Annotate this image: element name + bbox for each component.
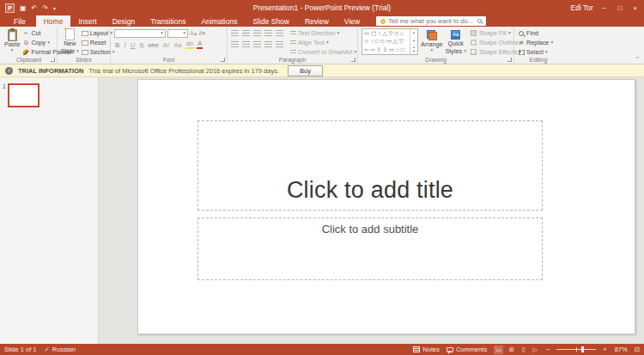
shape-fill-label: Shape Fill — [479, 29, 507, 37]
language-button[interactable]: ✓ Russian — [45, 346, 76, 353]
section-button[interactable]: Section ▾ — [82, 48, 115, 56]
increase-indent-icon[interactable] — [264, 30, 272, 37]
shapes-gallery[interactable]: ▭ ▢ ○ △ ▽ ◇ ⌂ ☆ ○ □ ◇ ▭ △ ▽ ⇦ ⇨ ⇧ ⇩ ▭ ○ … — [361, 28, 418, 55]
drawing-dialog-launcher-icon[interactable] — [507, 58, 512, 62]
layout-button[interactable]: Layout ▾ — [82, 29, 115, 37]
replace-button[interactable]: ⇄ Replace ▾ — [518, 39, 553, 46]
select-button[interactable]: Select ▾ — [518, 48, 553, 56]
tab-slide-show[interactable]: Slide Show — [245, 15, 297, 27]
zoom-in-icon[interactable]: + — [603, 346, 606, 353]
ribbon-group-paragraph: Text Direction ▾ Align Text ▾ Convert to… — [228, 27, 358, 64]
slide-canvas[interactable]: Click to add title Click to add subtitle — [137, 79, 635, 334]
clipboard-dialog-launcher-icon[interactable] — [51, 58, 55, 62]
font-name-combo[interactable]: ▾ — [114, 29, 166, 38]
italic-icon[interactable]: I — [123, 41, 127, 49]
notes-icon — [413, 346, 420, 352]
powerpoint-app-icon[interactable]: P — [5, 3, 15, 13]
columns-icon[interactable] — [276, 41, 283, 48]
text-shadow-icon[interactable]: S — [138, 41, 144, 49]
convert-to-smartart-button[interactable]: Convert to SmartArt ▾ — [289, 48, 356, 56]
tab-home[interactable]: Home — [36, 15, 71, 27]
paste-button[interactable]: Paste ▾ — [4, 28, 20, 55]
tell-me-box[interactable]: Tell me what you want to do... — [376, 16, 486, 26]
chevron-down-icon: ▾ — [545, 50, 548, 55]
font-dialog-launcher-icon[interactable] — [221, 58, 225, 62]
tab-insert[interactable]: Insert — [70, 15, 104, 27]
redo-icon[interactable]: ↷ — [42, 4, 48, 12]
zoom-slider-thumb[interactable] — [581, 346, 584, 352]
title-placeholder[interactable]: Click to add title — [197, 120, 543, 211]
align-text-button[interactable]: Align Text ▾ — [289, 39, 356, 46]
user-name[interactable]: Edi Tor — [571, 3, 593, 12]
reset-button[interactable]: Reset — [82, 39, 115, 46]
subtitle-placeholder[interactable]: Click to add subtitle — [197, 217, 543, 280]
slides-group-label: Slides — [58, 57, 110, 63]
character-spacing-icon[interactable]: AV — [161, 42, 170, 48]
text-direction-button[interactable]: Text Direction ▾ — [289, 29, 356, 37]
editing-group-label: Editing — [514, 57, 562, 63]
underline-icon[interactable]: U — [130, 41, 136, 49]
save-icon[interactable]: ▣ — [20, 4, 27, 12]
zoom-level[interactable]: 87% — [614, 346, 628, 353]
ribbon-group-clipboard: Paste ▾ ✂ Cut ⧉ Copy ▾ Format Painter Cl — [1, 27, 58, 64]
align-left-icon[interactable] — [231, 41, 239, 48]
tab-view[interactable]: View — [337, 15, 368, 27]
paragraph-dialog-launcher-icon[interactable] — [351, 58, 355, 62]
reading-view-icon[interactable]: ▯ — [520, 346, 527, 354]
smartart-icon — [290, 50, 296, 55]
normal-view-icon[interactable]: ▭ — [494, 346, 503, 354]
tab-file[interactable]: File — [3, 15, 36, 27]
notes-label: Notes — [422, 346, 440, 353]
zoom-slider[interactable] — [556, 349, 596, 350]
bold-icon[interactable]: B — [114, 41, 120, 49]
font-color-icon[interactable]: A — [197, 40, 203, 49]
copy-label: Copy — [31, 39, 46, 46]
bullets-icon[interactable] — [231, 30, 239, 37]
chevron-down-icon: ▾ — [430, 48, 433, 53]
tab-review[interactable]: Review — [297, 15, 337, 27]
qat-customize-icon[interactable]: ▾ — [53, 5, 56, 11]
gallery-scroll-down-icon[interactable]: ▾ — [413, 39, 415, 43]
notes-button[interactable]: Notes — [413, 346, 440, 353]
gallery-scroll-up-icon[interactable]: ▴ — [413, 30, 415, 34]
find-button[interactable]: Find — [518, 29, 553, 37]
ribbon-tab-row: File Home Insert Design Transitions Anim… — [0, 15, 644, 27]
strikethrough-icon[interactable]: abc — [147, 41, 159, 49]
tab-design[interactable]: Design — [105, 15, 143, 27]
undo-icon[interactable]: ↶ — [32, 4, 38, 12]
slide-show-view-icon[interactable]: ▷ — [532, 346, 539, 354]
align-center-icon[interactable] — [242, 41, 250, 48]
align-right-icon[interactable] — [253, 41, 261, 48]
collapse-ribbon-icon[interactable]: ^ — [636, 55, 639, 61]
gallery-more-icon[interactable]: ▾ — [413, 47, 415, 53]
new-slide-button[interactable]: New Slide▾ — [61, 28, 79, 55]
zoom-out-icon[interactable]: − — [546, 346, 550, 353]
arrange-button[interactable]: Arrange ▾ — [421, 28, 443, 55]
comments-label: Comments — [456, 346, 487, 353]
slide-sorter-view-icon[interactable]: ⊞ — [507, 346, 516, 354]
grow-font-icon[interactable]: A▴ — [190, 30, 197, 37]
slide-thumbnail[interactable] — [8, 83, 39, 107]
buy-button[interactable]: Buy — [288, 65, 323, 77]
font-size-combo[interactable]: ▾ — [167, 29, 188, 38]
tab-animations[interactable]: Animations — [193, 15, 245, 27]
comments-button[interactable]: Comments — [447, 346, 487, 353]
close-button[interactable]: × — [631, 4, 639, 12]
minimize-button[interactable]: − — [601, 4, 609, 12]
text-highlight-color-icon[interactable]: ab — [185, 40, 194, 49]
decrease-indent-icon[interactable] — [253, 30, 261, 37]
line-spacing-icon[interactable] — [276, 30, 283, 37]
quick-styles-button[interactable]: Aa Quick Styles▾ — [446, 28, 466, 55]
change-case-icon[interactable]: Aa — [173, 41, 182, 49]
justify-icon[interactable] — [264, 41, 272, 48]
ribbon-group-editing: Find ⇄ Replace ▾ Select ▾ Editing — [514, 27, 562, 64]
shapes-row-3[interactable]: ⇦ ⇨ ⇧ ⇩ ▭ ○ □ — [364, 46, 408, 53]
maximize-button[interactable]: □ — [616, 4, 623, 12]
cut-icon: ✂ — [22, 30, 29, 37]
tab-transitions[interactable]: Transitions — [143, 15, 193, 27]
shapes-row-2[interactable]: ☆ ○ □ ◇ ▭ △ ▽ — [364, 38, 408, 45]
shrink-font-icon[interactable]: A▾ — [198, 30, 205, 37]
shapes-row-1[interactable]: ▭ ▢ ○ △ ▽ ◇ ⌂ — [364, 30, 408, 37]
fit-to-window-icon[interactable]: ⊡ — [635, 346, 640, 353]
numbering-icon[interactable] — [242, 30, 250, 37]
